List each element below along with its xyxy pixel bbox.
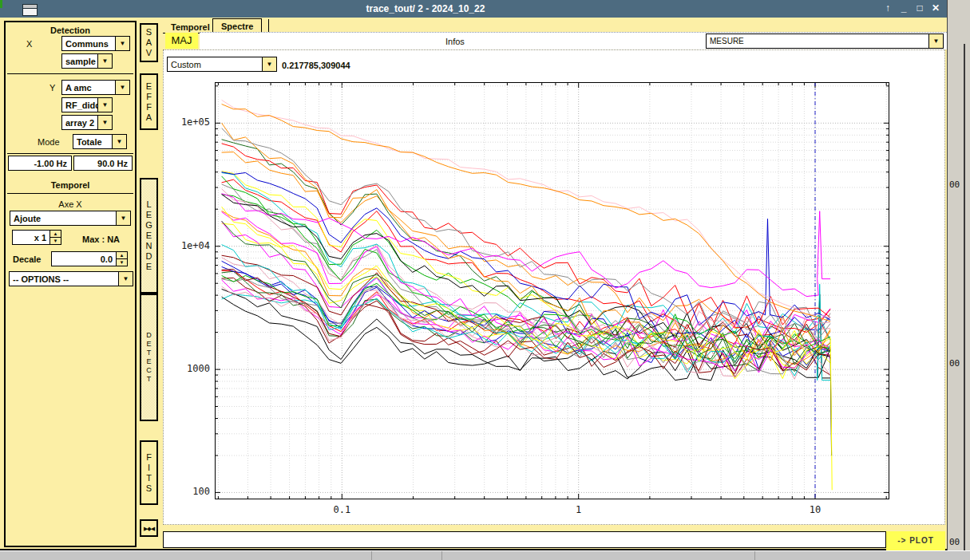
detection-title: Detection: [6, 26, 135, 35]
range-combobox[interactable]: Custom▼: [167, 57, 277, 72]
chevron-down-icon[interactable]: ▼: [115, 81, 129, 94]
detect-tab[interactable]: DETECT: [140, 294, 158, 421]
background-axis-fragment: 00: [949, 179, 960, 190]
taskbar-divider: [371, 551, 372, 560]
x-tick-label: 1: [560, 504, 598, 515]
y-source-combobox[interactable]: A amc▼: [61, 80, 130, 95]
app-window: trace_tout/ 2 - 2024_10_22 ↑ _ □ ✕ Detec…: [0, 0, 947, 550]
background-window-strip: 00 00 00: [947, 0, 970, 550]
step-down-icon[interactable]: ▼: [117, 259, 127, 266]
freq-min-field[interactable]: -1.00 Hz: [8, 156, 72, 171]
mesure-combobox[interactable]: MESURE▼: [706, 34, 944, 49]
step-up-icon[interactable]: ▲: [50, 231, 61, 238]
y-tick-label: 100: [165, 486, 210, 497]
chevron-down-icon[interactable]: ▼: [118, 272, 133, 286]
plot-button[interactable]: -> PLOT: [886, 531, 945, 550]
decale-label: Decale: [13, 254, 41, 264]
freq-max-field[interactable]: 90.0 Hz: [73, 156, 133, 171]
decale-stepper[interactable]: 0.0 ▲▼: [51, 251, 128, 266]
mode-label: Mode: [38, 137, 60, 147]
window-title: trace_tout/ 2 - 2024_10_22: [0, 3, 851, 14]
divider: [7, 73, 133, 74]
command-entry[interactable]: [163, 531, 886, 548]
maximize-button[interactable]: □: [913, 2, 926, 15]
divider: [7, 193, 133, 194]
infos-label: Infos: [445, 37, 465, 46]
multiplier-stepper[interactable]: x 1 ▲▼: [12, 230, 61, 245]
chevron-down-icon[interactable]: ▼: [112, 135, 126, 148]
legende-tab[interactable]: LEGENDE: [140, 178, 158, 294]
chevron-down-icon[interactable]: ▼: [928, 34, 943, 48]
background-window-edge: [964, 44, 965, 550]
taskbar-divider: [754, 551, 755, 560]
y-tick-label: 1e+05: [165, 116, 210, 128]
x-tick-label: 10: [796, 504, 834, 515]
step-up-icon[interactable]: ▲: [117, 252, 127, 259]
chevron-down-icon[interactable]: ▼: [116, 211, 130, 225]
y-axis-label: Y: [49, 83, 55, 93]
max-value-label: Max : NA: [82, 235, 120, 244]
taskbar-divider: [441, 551, 442, 560]
chevron-down-icon[interactable]: ▼: [115, 37, 129, 50]
screen: trace_tout/ 2 - 2024_10_22 ↑ _ □ ✕ Detec…: [0, 0, 970, 560]
maj-button[interactable]: MAJ: [165, 33, 198, 49]
fits-tab[interactable]: FITS: [140, 440, 158, 505]
infos-strip: Infos MESURE▼: [200, 32, 947, 49]
chevron-down-icon[interactable]: ▼: [97, 54, 112, 68]
x-axis-label: X: [26, 39, 32, 49]
minimize-button[interactable]: _: [897, 2, 910, 15]
cursor-position-readout: 0.217785,309044: [282, 61, 350, 70]
mode-combobox[interactable]: Totale▼: [73, 134, 127, 149]
spectre-plot-area[interactable]: Custom▼ 0.217785,309044 10010001e+041e+0…: [163, 49, 945, 525]
title-bar[interactable]: trace_tout/ 2 - 2024_10_22 ↑ _ □ ✕: [0, 0, 947, 18]
chevron-down-icon[interactable]: ▼: [97, 116, 112, 129]
divider: [7, 153, 133, 154]
y-signal-combobox[interactable]: RF_didq▼: [61, 97, 113, 112]
y-tick-label: 1e+04: [165, 240, 210, 251]
taskbar[interactable]: [0, 550, 970, 560]
axe-x-label: Axe X: [6, 199, 135, 209]
close-button[interactable]: ✕: [929, 2, 942, 15]
sav-tab[interactable]: SAV: [140, 23, 158, 62]
fit-view-icon: ▶◆◀: [144, 523, 154, 534]
raise-window-button[interactable]: ↑: [881, 2, 894, 15]
y-array-combobox[interactable]: array 2▼: [61, 115, 113, 130]
step-down-icon[interactable]: ▼: [50, 238, 61, 244]
tab-divider: [268, 19, 269, 32]
options-combobox[interactable]: -- OPTIONS --▼: [9, 271, 133, 286]
desktop-corner-artifact: [0, 0, 2, 8]
y-tick-label: 1000: [165, 363, 210, 374]
x-source-combobox[interactable]: Communs▼: [61, 36, 130, 51]
axe-x-combobox[interactable]: Ajoute▼: [10, 211, 131, 226]
x-tick-label: 0.1: [323, 504, 361, 515]
chevron-down-icon[interactable]: ▼: [97, 98, 112, 112]
background-axis-fragment: 00: [949, 358, 960, 369]
background-axis-fragment: 00: [949, 537, 960, 547]
effa-tab[interactable]: EFFA: [140, 73, 158, 130]
chevron-down-icon[interactable]: ▼: [262, 57, 276, 71]
fit-view-button[interactable]: ▶◆◀: [140, 519, 158, 537]
temporel-section-title: Temporel: [6, 180, 135, 190]
plot-canvas[interactable]: [215, 82, 889, 499]
detection-panel: Detection X Communs▼ sample▼ Y A amc▼ RF…: [4, 21, 137, 547]
x-sample-combobox[interactable]: sample▼: [61, 53, 113, 69]
